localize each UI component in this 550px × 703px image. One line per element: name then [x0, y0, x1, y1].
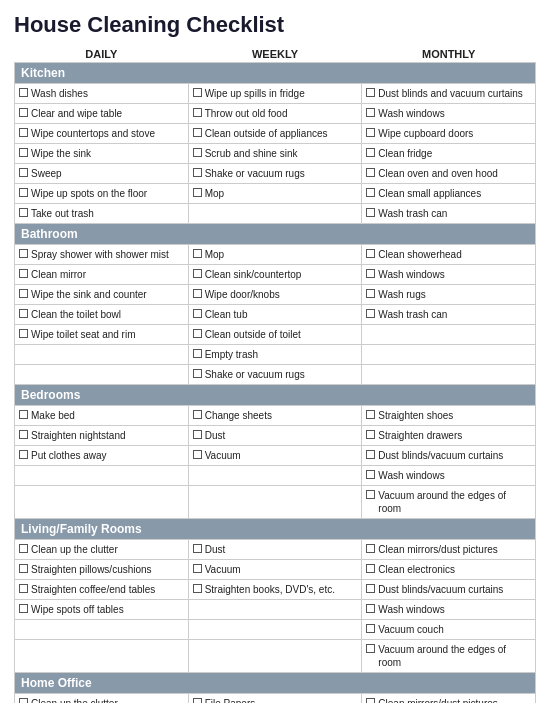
checkbox[interactable] [366, 128, 375, 137]
checkbox[interactable] [366, 624, 375, 633]
check-item[interactable]: Wipe the sink [19, 146, 184, 161]
checkbox[interactable] [366, 490, 375, 499]
check-item[interactable]: Wash windows [366, 602, 531, 617]
checkbox[interactable] [193, 148, 202, 157]
checkbox[interactable] [19, 430, 28, 439]
checkbox[interactable] [193, 698, 202, 703]
checkbox[interactable] [19, 148, 28, 157]
checkbox[interactable] [366, 604, 375, 613]
checkbox[interactable] [19, 88, 28, 97]
check-item[interactable]: Mop [193, 247, 358, 262]
checkbox[interactable] [19, 544, 28, 553]
checkbox[interactable] [366, 88, 375, 97]
check-item[interactable]: Wipe the sink and counter [19, 287, 184, 302]
checkbox[interactable] [19, 188, 28, 197]
checkbox[interactable] [19, 269, 28, 278]
checkbox[interactable] [366, 410, 375, 419]
check-item[interactable]: Take out trash [19, 206, 184, 221]
checkbox[interactable] [193, 108, 202, 117]
checkbox[interactable] [366, 430, 375, 439]
checkbox[interactable] [366, 108, 375, 117]
checkbox[interactable] [193, 269, 202, 278]
check-item[interactable]: Wipe spots off tables [19, 602, 184, 617]
checkbox[interactable] [193, 430, 202, 439]
checkbox[interactable] [193, 544, 202, 553]
checkbox[interactable] [193, 410, 202, 419]
checkbox[interactable] [19, 128, 28, 137]
checkbox[interactable] [19, 309, 28, 318]
check-item[interactable]: Shake or vacuum rugs [193, 367, 358, 382]
check-item[interactable]: Wipe up spots on the floor [19, 186, 184, 201]
checkbox[interactable] [366, 269, 375, 278]
check-item[interactable]: Clean showerhead [366, 247, 531, 262]
check-item[interactable]: Straighten pillows/cushions [19, 562, 184, 577]
check-item[interactable]: Scrub and shine sink [193, 146, 358, 161]
checkbox[interactable] [193, 329, 202, 338]
checkbox[interactable] [193, 450, 202, 459]
check-item[interactable]: Wash trash can [366, 307, 531, 322]
check-item[interactable]: Clean small appliances [366, 186, 531, 201]
checkbox[interactable] [193, 564, 202, 573]
checkbox[interactable] [193, 168, 202, 177]
checkbox[interactable] [19, 584, 28, 593]
check-item[interactable]: Wipe door/knobs [193, 287, 358, 302]
checkbox[interactable] [193, 349, 202, 358]
check-item[interactable]: Vacuum [193, 448, 358, 463]
checkbox[interactable] [193, 309, 202, 318]
check-item[interactable]: Clean tub [193, 307, 358, 322]
check-item[interactable]: Dust blinds/vacuum curtains [366, 582, 531, 597]
check-item[interactable]: Clear and wipe table [19, 106, 184, 121]
check-item[interactable]: Sweep [19, 166, 184, 181]
check-item[interactable]: Wash windows [366, 267, 531, 282]
checkbox[interactable] [19, 329, 28, 338]
checkbox[interactable] [193, 289, 202, 298]
check-item[interactable]: Shake or vacuum rugs [193, 166, 358, 181]
check-item[interactable]: Straighten shoes [366, 408, 531, 423]
checkbox[interactable] [19, 208, 28, 217]
check-item[interactable]: Dust blinds/vacuum curtains [366, 448, 531, 463]
check-item[interactable]: Wipe toilet seat and rim [19, 327, 184, 342]
checkbox[interactable] [19, 168, 28, 177]
checkbox[interactable] [366, 148, 375, 157]
check-item[interactable]: Clean outside of appliances [193, 126, 358, 141]
checkbox[interactable] [19, 249, 28, 258]
checkbox[interactable] [193, 249, 202, 258]
check-item[interactable]: Dust [193, 428, 358, 443]
check-item[interactable]: Clean sink/countertop [193, 267, 358, 282]
check-item[interactable]: Throw out old food [193, 106, 358, 121]
check-item[interactable]: Wash windows [366, 468, 531, 483]
checkbox[interactable] [366, 644, 375, 653]
checkbox[interactable] [19, 564, 28, 573]
check-item[interactable]: Clean up the clutter [19, 696, 184, 703]
check-item[interactable]: Put clothes away [19, 448, 184, 463]
checkbox[interactable] [366, 208, 375, 217]
checkbox[interactable] [19, 698, 28, 703]
check-item[interactable]: Vacuum [193, 562, 358, 577]
checkbox[interactable] [193, 88, 202, 97]
check-item[interactable]: Spray shower with shower mist [19, 247, 184, 262]
check-item[interactable]: Wash rugs [366, 287, 531, 302]
check-item[interactable]: Clean mirror [19, 267, 184, 282]
checkbox[interactable] [19, 289, 28, 298]
check-item[interactable]: Straighten coffee/end tables [19, 582, 184, 597]
check-item[interactable]: Empty trash [193, 347, 358, 362]
checkbox[interactable] [366, 584, 375, 593]
check-item[interactable]: Dust blinds and vacuum curtains [366, 86, 531, 101]
check-item[interactable]: Clean mirrors/dust pictures [366, 542, 531, 557]
check-item[interactable]: Clean the toilet bowl [19, 307, 184, 322]
checkbox[interactable] [366, 450, 375, 459]
check-item[interactable]: Mop [193, 186, 358, 201]
check-item[interactable]: Make bed [19, 408, 184, 423]
check-item[interactable]: Clean up the clutter [19, 542, 184, 557]
check-item[interactable]: Wash trash can [366, 206, 531, 221]
check-item[interactable]: Wipe countertops and stove [19, 126, 184, 141]
checkbox[interactable] [193, 584, 202, 593]
check-item[interactable]: Clean fridge [366, 146, 531, 161]
checkbox[interactable] [193, 369, 202, 378]
checkbox[interactable] [366, 168, 375, 177]
checkbox[interactable] [193, 128, 202, 137]
checkbox[interactable] [366, 698, 375, 703]
checkbox[interactable] [19, 108, 28, 117]
check-item[interactable]: Vacuum around the edges of room [366, 488, 531, 516]
check-item[interactable]: Wipe cupboard doors [366, 126, 531, 141]
